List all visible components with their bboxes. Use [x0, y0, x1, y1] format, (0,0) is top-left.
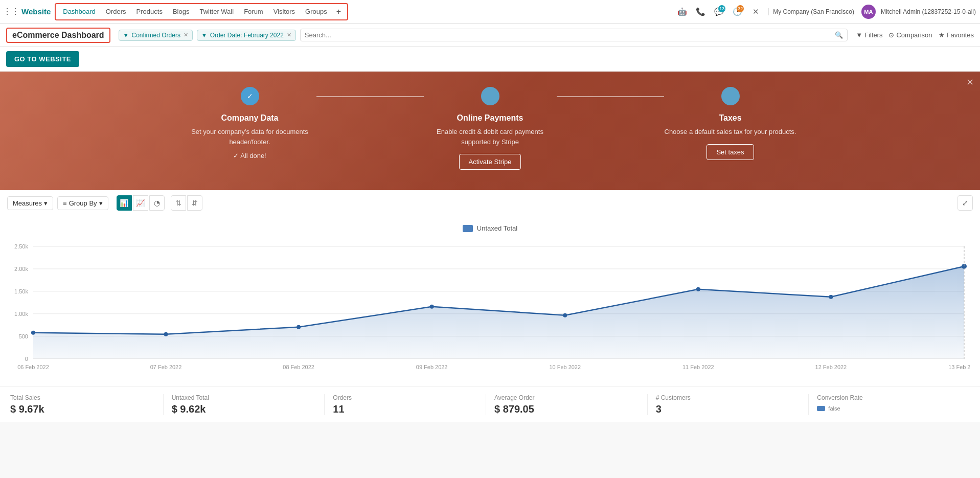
- nav-item-blogs[interactable]: Blogs: [168, 6, 195, 17]
- brand-label: Website: [21, 7, 51, 16]
- chat-icon-btn[interactable]: 💬 13: [711, 4, 726, 19]
- favorites-btn[interactable]: ★ Favorites: [939, 31, 974, 39]
- sort-buttons: ⇅ ⇵: [171, 195, 202, 211]
- nav-item-visitors[interactable]: Visitors: [268, 6, 300, 17]
- step-dot-payments: [481, 87, 499, 105]
- stat-orders: Orders 11: [325, 394, 486, 415]
- legend-color-swatch: [463, 225, 473, 232]
- pie-chart-btn[interactable]: ◔: [149, 195, 165, 211]
- stat-value-untaxed-total: $ 9.62k: [172, 403, 316, 415]
- robot-icon-btn[interactable]: 🤖: [674, 4, 690, 19]
- grid-icon[interactable]: ⋮⋮: [4, 5, 18, 19]
- nav-item-twitter-wall[interactable]: Twitter Wall: [194, 6, 239, 17]
- svg-text:08 Feb 2022: 08 Feb 2022: [283, 364, 314, 370]
- activity-icon-btn[interactable]: 🕐 32: [730, 4, 745, 19]
- chart-view-buttons: 📊 📈 ◔: [117, 195, 165, 211]
- activate-stripe-button[interactable]: Activate Stripe: [459, 154, 521, 170]
- nav-right-actions: 🤖 📞 💬 13 🕐 32 ✕ My Company (San Francisc…: [674, 4, 976, 19]
- stat-value-customers: 3: [656, 403, 801, 415]
- close-nav-btn[interactable]: ✕: [748, 4, 763, 19]
- stat-conversion-rate: Conversion Rate false: [809, 394, 970, 412]
- group-by-button[interactable]: ≡ Group By ▾: [57, 196, 108, 210]
- top-navigation: ⋮⋮ Website Dashboard Orders Products Blo…: [0, 0, 980, 24]
- svg-text:13 Feb 2022: 13 Feb 2022: [948, 364, 970, 370]
- data-point-3: [297, 325, 301, 329]
- stat-label-orders: Orders: [333, 394, 477, 401]
- hamburger-icon: ≡: [63, 199, 67, 207]
- measures-button[interactable]: Measures ▾: [7, 196, 53, 210]
- stat-mini-chart-conversion: false: [817, 405, 962, 412]
- banner-close-button[interactable]: ✕: [966, 77, 974, 88]
- chart-area: Untaxed Total 2.50k 2.00k 1.50k 1.00k 50…: [0, 216, 980, 386]
- stat-average-order: Average Order $ 879.05: [486, 394, 648, 415]
- filter-order-date[interactable]: ▼ Order Date: February 2022 ✕: [197, 30, 296, 41]
- step-dot-company: ✓: [241, 87, 259, 105]
- nav-add-button[interactable]: +: [332, 5, 345, 18]
- data-point-7: [829, 295, 833, 299]
- nav-menu: Dashboard Orders Products Blogs Twitter …: [55, 3, 348, 20]
- data-point-5: [563, 313, 567, 317]
- sort-asc-btn[interactable]: ⇅: [171, 195, 186, 211]
- nav-item-products[interactable]: Products: [131, 6, 168, 17]
- stat-label-conversion-rate: Conversion Rate: [817, 394, 962, 401]
- stat-total-sales: Total Sales $ 9.67k: [10, 394, 164, 415]
- user-avatar[interactable]: MA: [861, 5, 876, 19]
- svg-text:12 Feb 2022: 12 Feb 2022: [815, 364, 847, 370]
- step-done-company: ✓ All done!: [233, 152, 266, 160]
- comparison-btn[interactable]: ⊙ Comparison: [888, 31, 932, 39]
- data-point-6: [696, 287, 700, 291]
- step-dot-taxes: [721, 87, 740, 105]
- step-desc-payments: Enable credit & debit card payments supp…: [424, 127, 557, 147]
- svg-text:09 Feb 2022: 09 Feb 2022: [416, 364, 448, 370]
- filters-btn[interactable]: ▼ Filters: [856, 31, 882, 39]
- step-desc-taxes: Choose a default sales tax for your prod…: [665, 127, 796, 137]
- connector-1: [316, 96, 424, 97]
- nav-item-groups[interactable]: Groups: [300, 6, 332, 17]
- search-bar[interactable]: 🔍: [300, 29, 848, 41]
- data-point-1: [31, 331, 35, 335]
- filters-label: Filters: [864, 31, 882, 39]
- nav-item-dashboard[interactable]: Dashboard: [58, 6, 101, 17]
- chart-svg-container: 2.50k 2.00k 1.50k 1.00k 500 0: [10, 238, 970, 381]
- svg-text:0: 0: [25, 356, 28, 362]
- mini-legend-swatch: [817, 406, 825, 411]
- filter-funnel-icon-2: ▼: [201, 32, 207, 38]
- data-point-4: [430, 305, 434, 309]
- svg-text:11 Feb 2022: 11 Feb 2022: [682, 364, 714, 370]
- step-title-payments: Online Payments: [457, 113, 523, 123]
- measures-label: Measures: [13, 199, 42, 207]
- svg-text:1.00k: 1.00k: [14, 311, 28, 317]
- action-bar: GO TO WEBSITE: [0, 47, 980, 72]
- step-taxes: Taxes Choose a default sales tax for you…: [664, 87, 797, 160]
- sort-desc-btn[interactable]: ⇵: [187, 195, 202, 211]
- search-input[interactable]: [305, 31, 835, 39]
- phone-icon-btn[interactable]: 📞: [693, 4, 708, 19]
- comparison-label: Comparison: [896, 31, 932, 39]
- nav-item-orders[interactable]: Orders: [101, 6, 131, 17]
- nav-item-forum[interactable]: Forum: [239, 6, 268, 17]
- expand-chart-button[interactable]: ⤢: [958, 195, 973, 211]
- stat-untaxed-total: Untaxed Total $ 9.62k: [164, 394, 325, 415]
- setup-banner: ✕ ✓ Company Data Set your company's data…: [0, 72, 980, 190]
- search-icon[interactable]: 🔍: [835, 31, 843, 39]
- go-to-website-button[interactable]: GO TO WEBSITE: [6, 51, 79, 67]
- measures-chevron-icon: ▾: [44, 199, 48, 207]
- remove-confirmed-orders-filter[interactable]: ✕: [184, 32, 188, 38]
- stats-bar: Total Sales $ 9.67k Untaxed Total $ 9.62…: [0, 386, 980, 422]
- filter-order-date-label: Order Date: February 2022: [210, 32, 284, 39]
- step-desc-company: Set your company's data for documents he…: [184, 127, 316, 147]
- set-taxes-button[interactable]: Set taxes: [706, 144, 754, 160]
- filter-confirmed-orders[interactable]: ▼ Confirmed Orders ✕: [119, 30, 193, 41]
- sub-header: eCommerce Dashboard ▼ Confirmed Orders ✕…: [0, 24, 980, 47]
- line-chart-btn[interactable]: 📈: [133, 195, 148, 211]
- remove-order-date-filter[interactable]: ✕: [287, 32, 291, 38]
- chart-toolbar: Measures ▾ ≡ Group By ▾ 📊 📈 ◔ ⇅ ⇵ ⤢: [0, 190, 980, 216]
- stat-value-average-order: $ 879.05: [494, 403, 639, 415]
- svg-text:2.00k: 2.00k: [14, 266, 28, 272]
- legend-label: Untaxed Total: [477, 224, 517, 232]
- step-company-data: ✓ Company Data Set your company's data f…: [184, 87, 316, 160]
- chart-legend: Untaxed Total: [10, 224, 970, 232]
- stat-label-customers: # Customers: [656, 394, 801, 401]
- company-label: My Company (San Francisco): [768, 8, 858, 15]
- bar-chart-btn[interactable]: 📊: [117, 195, 132, 211]
